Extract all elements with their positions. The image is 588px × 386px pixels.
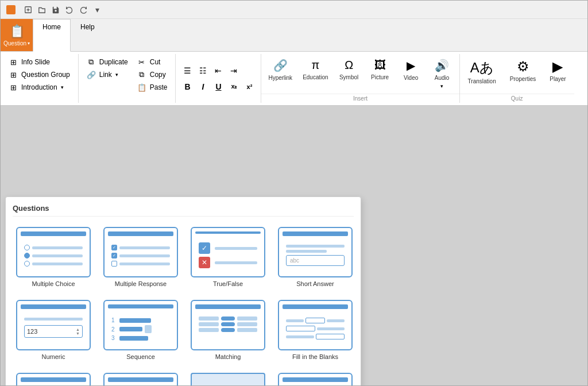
symbol-icon: Ω [345,59,353,72]
list-item[interactable]: 🖼 👆 Drag and Drop [274,369,356,386]
hotspot-card: ⛵ 👆 [191,373,265,386]
duplicate-button[interactable]: ⧉ Duplicate [83,56,131,68]
hyperlink-icon: 🔗 [273,59,288,72]
introduction-button[interactable]: ⊞ Introduction ▾ [5,82,74,93]
list-item[interactable]: Fill in the Blanks [274,296,356,364]
list-item[interactable]: ▾ ▾ ▾ Select from Lists [13,369,94,386]
question-item-label: True/False [213,280,243,287]
copy-icon: ⧉ [137,70,146,79]
ribbon: ⊞ Info Slide ⊞ Question Group ⊞ Introduc… [1,52,587,106]
question-item-label: Multiple Choice [32,280,75,287]
question-item-label: Matching [215,353,241,360]
list-item[interactable]: Multiple Choice [13,223,94,291]
symbol-button[interactable]: Ω Symbol [334,56,364,83]
multiple-choice-card [16,227,91,277]
ribbon-row: ⊞ Info Slide ⊞ Question Group ⊞ Introduc… [1,52,587,105]
list-item[interactable]: ✓ ✓ Multiple Response [100,223,181,291]
italic-button[interactable]: I [196,80,210,94]
list-item[interactable]: ✓ ✕ True/False [187,223,269,291]
bullet-list-button[interactable]: ☰ [180,64,194,78]
questions-panel: Questions Multiple Choice [5,196,361,386]
app-icon [5,4,17,16]
multiple-response-card: ✓ ✓ [103,227,178,277]
main-area: Questions Multiple Choice [1,106,587,385]
audio-icon: 🔊 [435,59,449,72]
question-icon: 📋 [9,24,25,39]
question-item-label: Numeric [42,353,65,360]
picture-icon: 🖼 [374,59,386,72]
list-item[interactable]: Matching [187,296,269,364]
cut-button[interactable]: ✂ Cut [134,56,171,68]
subscript-button[interactable]: x₂ [227,80,241,94]
cut-icon: ✂ [137,57,146,67]
drag-and-drop-card: 🖼 👆 [278,373,353,386]
list-item[interactable]: ⛵ 👆 Hotspot [187,369,269,386]
redo-button[interactable] [77,3,90,16]
matching-card [191,300,265,350]
sequence-card: 1 2 3 [103,300,178,350]
questions-grid: Multiple Choice ✓ ✓ Multiple Response [13,223,354,386]
insert-section-label: Insert [261,94,459,103]
education-icon: π [311,59,319,72]
duplicate-icon: ⧉ [87,57,96,67]
bold-button[interactable]: B [180,80,194,94]
quiz-section-label: Quiz [460,94,574,103]
player-icon: ▶ [552,59,563,75]
translation-button[interactable]: Aあ Translation [462,56,502,87]
clipboard-group: ⧉ Duplicate 🔗 Link ▾ ✂ Cut [79,54,176,103]
save-button[interactable] [49,3,62,16]
superscript-button[interactable]: x² [242,80,256,94]
indent-decrease-button[interactable]: ⇤ [211,64,225,78]
open-button[interactable] [36,3,48,16]
tab-help[interactable]: Help [71,19,105,52]
hotspot-image: ⛵ [192,374,264,386]
short-answer-card: abc [278,227,353,277]
questions-panel-title: Questions [13,204,354,217]
question-group-icon: ⊞ [9,70,18,79]
tab-home[interactable]: Home [33,19,71,52]
true-false-card: ✓ ✕ [191,227,265,277]
question-button[interactable]: 📋 Question ▾ [1,19,33,51]
underline-button[interactable]: U [211,80,225,94]
paste-icon: 📋 [137,83,146,92]
question-label: Question ▾ [3,40,30,47]
titlebar: ▾ [1,1,587,19]
indent-increase-button[interactable]: ⇥ [227,64,241,78]
ribbon-tabs: 📋 Question ▾ Home Help [1,19,587,52]
app-window: ▾ 📋 Question ▾ Home Help ⊞ Info Slide [0,0,588,386]
undo-button[interactable] [63,3,76,16]
copy-button[interactable]: ⧉ Copy [134,69,171,80]
numeric-card: 123 ▲▼ [16,300,91,350]
picture-button[interactable]: 🖼 Picture [365,56,395,83]
fill-in-blanks-card [278,300,353,350]
properties-icon: ⚙ [517,59,529,75]
hyperlink-button[interactable]: 🔗 Hyperlink [264,56,297,83]
introduction-icon: ⊞ [9,83,18,92]
list-item[interactable]: word text Drag the Words [100,369,181,386]
list-item[interactable]: 1 2 3 [100,296,181,364]
paste-button[interactable]: 📋 Paste [134,82,171,93]
question-group-button[interactable]: ⊞ Question Group [5,69,74,80]
info-slide-icon: ⊞ [9,57,18,67]
question-item-label: Fill in the Blanks [292,353,338,360]
list-item[interactable]: abc Short Answer [274,223,356,291]
question-group: ⊞ Info Slide ⊞ Question Group ⊞ Introduc… [1,54,79,103]
new-button[interactable] [22,3,34,16]
drag-the-words-card: word text [103,373,178,386]
title-icons: ▾ [5,3,103,16]
translation-icon: Aあ [470,59,494,77]
more-button[interactable]: ▾ [91,3,103,16]
quiz-group-wrap: Aあ Translation ⚙ Properties ▶ Player Qui… [460,54,574,103]
education-button[interactable]: π Education [298,56,332,83]
question-item-label: Sequence [126,353,155,360]
audio-button[interactable]: 🔊 Audio ▾ [427,56,457,91]
properties-button[interactable]: ⚙ Properties [504,56,542,84]
video-button[interactable]: ▶ Video [396,56,426,83]
numbered-list-button[interactable]: ☷ [196,64,210,78]
insert-group-wrap: 🔗 Hyperlink π Education Ω Symbol 🖼 Pictu… [261,54,459,103]
list-item[interactable]: 123 ▲▼ Numeric [13,296,94,364]
link-icon: 🔗 [87,70,96,79]
info-slide-button[interactable]: ⊞ Info Slide [5,56,74,68]
link-button[interactable]: 🔗 Link ▾ [83,69,131,80]
player-button[interactable]: ▶ Player [544,56,571,84]
